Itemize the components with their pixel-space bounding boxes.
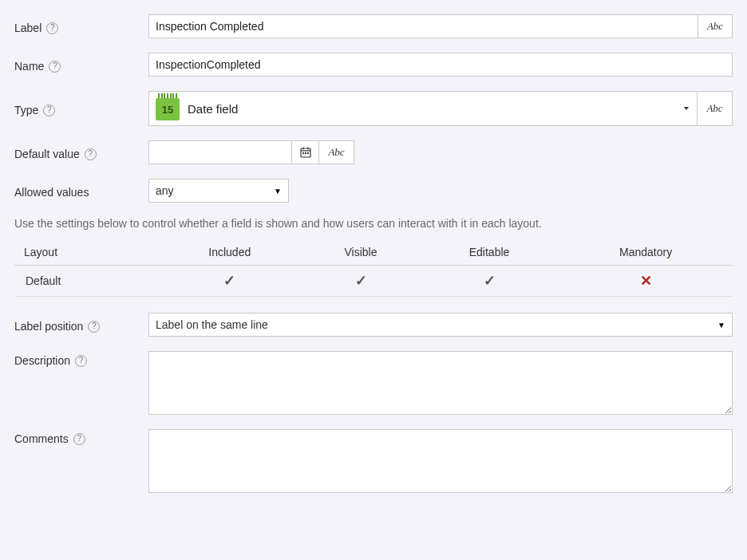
chevron-down-icon [684,107,689,110]
allowed-values-value: any [156,184,174,197]
chevron-down-icon: ▼ [717,321,725,329]
cross-icon: ✕ [640,273,652,289]
description-field-label: Description [14,354,70,367]
layout-hint-text: Use the settings below to control whethe… [14,217,733,230]
help-icon[interactable]: ? [88,321,100,333]
comments-field-label: Comments [14,432,69,445]
help-icon[interactable]: ? [46,22,58,34]
editable-cell[interactable]: ✓ [420,266,559,297]
check-icon: ✓ [223,273,235,289]
svg-rect-4 [302,152,304,154]
abc-button[interactable]: Abc [698,14,733,38]
th-layout: Layout [14,239,157,266]
th-editable: Editable [420,239,559,266]
label-input[interactable] [148,14,698,38]
default-value-input[interactable] [148,140,292,164]
label-field-label: Label [14,22,42,34]
layout-name-cell: Default [14,266,157,297]
calendar-date-icon: 15 [156,97,180,120]
name-input[interactable] [148,53,733,77]
type-dropdown[interactable]: 15 Date field [148,91,675,126]
type-dropdown-caret[interactable] [675,91,698,126]
svg-rect-6 [307,152,309,154]
allowed-values-field-label: Allowed values [14,186,89,199]
help-icon[interactable]: ? [73,433,85,445]
type-field-label: Type [14,104,38,116]
check-icon: ✓ [355,273,367,289]
abc-button[interactable]: Abc [698,91,733,126]
date-picker-button[interactable] [292,140,319,164]
th-visible: Visible [302,239,420,266]
th-included: Included [157,239,302,266]
included-cell[interactable]: ✓ [157,266,302,297]
th-mandatory: Mandatory [559,239,733,266]
description-textarea[interactable] [148,351,733,415]
help-icon[interactable]: ? [43,105,55,116]
mandatory-cell[interactable]: ✕ [559,266,733,297]
comments-textarea[interactable] [148,429,733,493]
label-position-value: Label on the same line [156,318,268,331]
svg-rect-5 [305,152,306,154]
name-field-label: Name [14,60,44,73]
help-icon[interactable]: ? [49,61,61,73]
label-position-select[interactable]: Label on the same line ▼ [148,313,733,337]
default-value-field-label: Default value [14,148,80,160]
calendar-icon [300,147,311,158]
help-icon[interactable]: ? [85,148,97,160]
type-value: Date field [188,102,238,116]
check-icon: ✓ [484,273,496,289]
abc-button[interactable]: Abc [319,140,354,164]
help-icon[interactable]: ? [75,355,87,367]
chevron-down-icon: ▼ [274,187,282,195]
layout-table: Layout Included Visible Editable Mandato… [14,239,733,297]
allowed-values-select[interactable]: any ▼ [148,179,289,203]
table-row: Default✓✓✓✕ [14,266,733,297]
visible-cell[interactable]: ✓ [302,266,420,297]
label-position-field-label: Label position [14,320,83,333]
